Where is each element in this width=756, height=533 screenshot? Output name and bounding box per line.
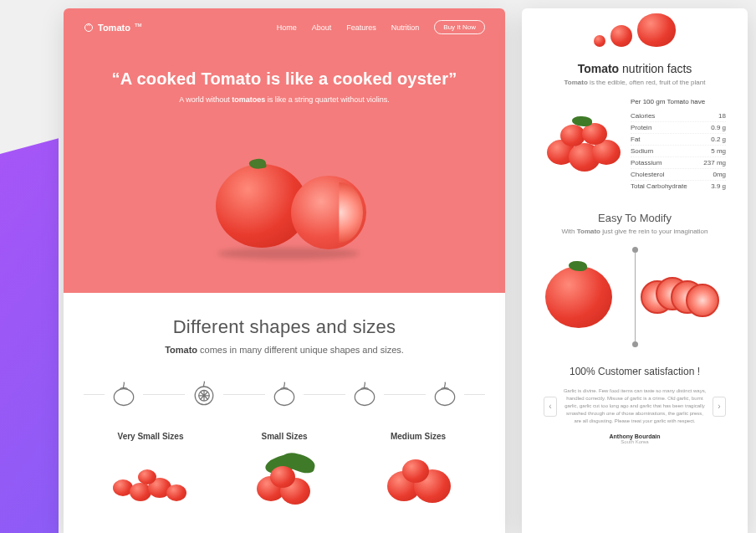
shapes-section: Different shapes and sizes Tomato comes … [64, 293, 505, 533]
testimonial-author: Anthony Bourdain [544, 433, 726, 439]
tomato-outline-icon [345, 375, 384, 413]
chevron-left-icon: ‹ [549, 402, 551, 411]
buy-button[interactable]: Buy It Now [434, 20, 485, 34]
nutrition-sub-bold: Tomato [564, 79, 588, 86]
size-small: Small Sizes [238, 432, 330, 510]
nutrition-subtitle: Tomato is the edible, often red, fruit o… [544, 79, 726, 86]
modify-subtitle: With Tomato just give fre rein to your i… [544, 228, 726, 235]
shapes-title: Different shapes and sizes [84, 316, 485, 338]
nutr-value: 3.9 g [711, 182, 726, 190]
hero-sub-suffix: is like a string quartet without violins… [265, 95, 390, 104]
landing-preview-right: Tomato nutrition facts Tomato is the edi… [522, 8, 748, 533]
nutr-label: Protein [631, 124, 651, 131]
shapes-subtitle: Tomato comes in many different unique sh… [84, 345, 485, 355]
hero-sub-prefix: A world without [179, 95, 232, 104]
modify-title: Easy To Modify [544, 212, 726, 224]
nutr-value: 237 mg [703, 159, 726, 167]
brand[interactable]: Tomato TM [84, 23, 142, 33]
whole-tomato-icon [545, 266, 612, 328]
hero-quote: “A cooked Tomato is like a cooked oyster… [84, 69, 485, 89]
nutr-value: 18 [718, 112, 726, 120]
testimonial-author-sub: South Korea [544, 439, 726, 444]
size-image [372, 451, 464, 510]
size-label: Medium Sizes [391, 432, 446, 441]
modify-image [544, 247, 726, 347]
size-label: Small Sizes [261, 432, 307, 441]
size-label: Very Small Sizes [118, 432, 184, 441]
navbar: Tomato TM Home About Features Nutrition … [84, 20, 485, 34]
tomato-slices-icon [641, 272, 724, 322]
table-row: Cholesterol0mg [631, 169, 726, 181]
brand-icon [84, 23, 94, 33]
table-row: Potassium237 mg [631, 157, 726, 169]
size-row: Very Small Sizes Small Sizes [84, 432, 485, 510]
chevron-right-icon: › [718, 402, 720, 411]
nutrition-title: Tomato nutrition facts [544, 62, 726, 75]
table-row: Calories18 [631, 110, 726, 122]
tomato-outline-icon [426, 375, 464, 413]
testimonial-carousel: ‹ Garlic is divine. Few food items can t… [544, 387, 726, 425]
table-row: Fat0.2 g [631, 134, 726, 146]
nav-nutrition[interactable]: Nutrition [391, 23, 420, 32]
divider-icon [635, 247, 636, 347]
nutrition-title-bold: Tomato [578, 62, 620, 75]
top-tomato-image [522, 8, 748, 50]
nutr-label: Potassium [631, 159, 662, 167]
nav-features[interactable]: Features [346, 23, 376, 32]
nutr-value: 0.9 g [711, 124, 726, 131]
svg-point-6 [435, 389, 454, 406]
table-row: Protein0.9 g [631, 122, 726, 134]
hero-subtitle: A world without tomatoes is like a strin… [84, 95, 485, 104]
shapes-sub-bold: Tomato [165, 345, 197, 355]
hero-image [84, 112, 485, 293]
nutr-label: Calories [631, 112, 655, 120]
nutr-label: Cholesterol [631, 171, 664, 178]
size-image [105, 451, 197, 510]
svg-point-1 [114, 389, 133, 406]
nutr-label: Fat [631, 136, 641, 143]
hero-sub-bold: tomatoes [232, 95, 265, 104]
size-very-small: Very Small Sizes [105, 432, 197, 510]
nutr-value: 5 mg [711, 147, 726, 155]
nutrition-image [544, 111, 619, 178]
modify-sub-bold: Tomato [577, 228, 600, 235]
tomato-slice-icon [185, 375, 223, 413]
hero-section: Tomato TM Home About Features Nutrition … [64, 8, 505, 293]
size-image [238, 451, 330, 510]
svg-point-4 [274, 389, 294, 406]
modify-sub-prefix: With [561, 228, 576, 235]
nutrition-table: Per 100 gm Tomato have Calories18 Protei… [631, 98, 726, 192]
shape-icon-row [84, 375, 485, 413]
table-row: Total Carbohydrate3.9 g [631, 181, 726, 192]
next-button[interactable]: › [713, 397, 726, 417]
nutr-label: Total Carbohydrate [631, 182, 687, 190]
customer-title: 100% Customer satisfaction ! [544, 366, 726, 377]
brand-name: Tomato [98, 23, 130, 33]
prev-button[interactable]: ‹ [544, 397, 557, 417]
modify-sub-suffix: just give fre rein to your imagination [600, 228, 708, 235]
brand-tm: TM [135, 23, 142, 28]
preview-canvas: Tomato TM Home About Features Nutrition … [0, 0, 756, 533]
size-medium: Medium Sizes [372, 432, 464, 510]
nutrition-sub-rest: is the edible, often red, fruit of the p… [588, 79, 706, 86]
tomato-outline-icon [105, 375, 143, 413]
nav-home[interactable]: Home [277, 23, 297, 32]
shapes-sub-rest: comes in many different unique shapes an… [197, 345, 404, 355]
nav-about[interactable]: About [312, 23, 332, 32]
testimonial-text: Garlic is divine. Few food items can tas… [562, 387, 707, 425]
tomato-outline-icon [265, 375, 304, 413]
table-row: Sodium5 mg [631, 146, 726, 157]
landing-preview-left: Tomato TM Home About Features Nutrition … [64, 8, 505, 533]
nutr-value: 0mg [713, 171, 726, 178]
nutrition-table-head: Per 100 gm Tomato have [631, 98, 726, 105]
nutrition-title-rest: nutrition facts [619, 62, 692, 75]
nutr-value: 0.2 g [711, 136, 726, 143]
nutrition-block: Per 100 gm Tomato have Calories18 Protei… [544, 98, 726, 192]
svg-point-5 [355, 389, 374, 406]
nutr-label: Sodium [631, 147, 653, 155]
